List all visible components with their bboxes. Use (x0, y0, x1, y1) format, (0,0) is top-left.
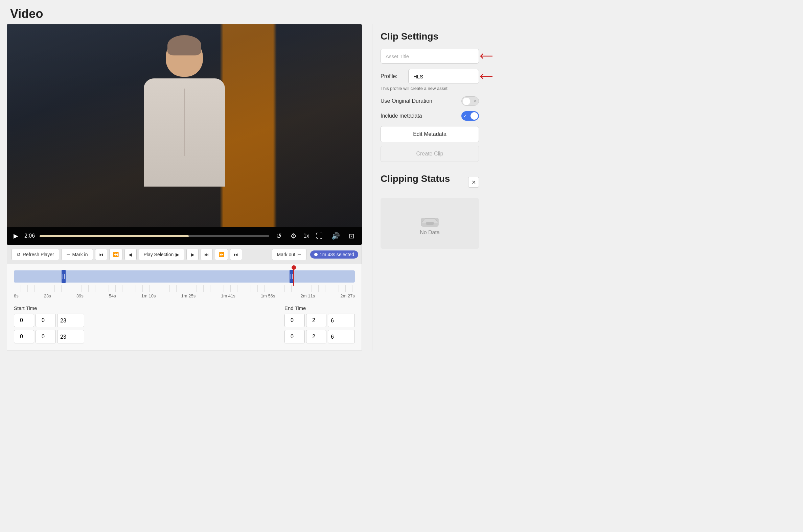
include-metadata-knob (471, 112, 478, 120)
profile-select-wrapper: HLS MP4 WebM (408, 69, 479, 84)
video-frame (7, 24, 362, 227)
profile-hint: This profile will create a new asset (381, 86, 479, 91)
end-time-m1[interactable] (306, 314, 326, 327)
profile-row: Profile: HLS MP4 WebM (381, 69, 479, 84)
clipping-status-close-button[interactable]: ✕ (468, 177, 479, 188)
toggle-off-icon: ✕ (474, 99, 477, 103)
speed-display: 1x (304, 233, 309, 239)
toggle-on-icon: ✓ (463, 113, 467, 119)
fast-forward-icon: ⏩ (219, 252, 224, 257)
timeline-bar[interactable] (14, 270, 355, 283)
start-time-s2[interactable]: 23 22 24 (57, 330, 84, 343)
create-clip-button[interactable]: Create Clip (381, 146, 479, 162)
volume-button[interactable]: 🔊 (329, 230, 342, 241)
play-button[interactable]: ▶ (12, 231, 20, 241)
asset-title-input[interactable] (381, 49, 479, 63)
start-time-row2: 23 22 24 (14, 330, 84, 343)
rewind-button[interactable]: ⏪ (109, 249, 123, 260)
use-original-toggle-row: Use Original Duration ✕ (381, 96, 479, 106)
profile-arrow (479, 71, 496, 81)
page-title: Video (0, 0, 803, 24)
badge-dot (314, 253, 317, 256)
right-panel: Clip Settings Profile: HLS MP4 WebM (372, 24, 487, 350)
progress-bar[interactable] (40, 235, 269, 237)
mark-out-button[interactable]: Mark out ⊢ (272, 249, 307, 260)
start-time-h2[interactable] (14, 330, 34, 343)
selected-duration-badge: 1m 43s selected (310, 250, 358, 259)
ruler-2m27s: 2m 27s (340, 293, 355, 299)
prev-frame-button[interactable]: ◀ (125, 249, 136, 260)
mark-in-icon: ⊣ (66, 252, 70, 257)
play-icon: ▶ (176, 252, 179, 257)
person-body (144, 78, 225, 187)
include-metadata-toggle-row: Include metadata ✓ (381, 111, 479, 121)
start-time-m2[interactable] (36, 330, 56, 343)
use-original-label: Use Original Duration (381, 98, 432, 104)
skip-to-start-button[interactable]: ⏮ (95, 249, 107, 260)
start-time-label: Start Time (14, 305, 84, 311)
cast-button[interactable]: ⊡ (347, 230, 357, 241)
clipping-status-header: Clipping Status ✕ (381, 173, 479, 191)
end-time-row1: 6 5 7 (285, 314, 355, 327)
timeline-section: 8s 23s 39s 54s 1m 10s 1m 25s 1m 41s 1m 5… (7, 264, 362, 350)
next-frame-button[interactable]: ▶ (186, 249, 199, 260)
end-time-h2[interactable] (285, 330, 305, 343)
ruler-1m25s: 1m 25s (181, 293, 196, 299)
timeline-handle-left[interactable] (61, 270, 66, 283)
video-container: ▶ 2:06 ↺ ⚙ 1x ⛶ 🔊 ⊡ (7, 24, 362, 245)
rewind-icon: ⏪ (113, 252, 119, 257)
end-time-h1[interactable] (285, 314, 305, 327)
timeline-handle-right[interactable] (290, 270, 294, 283)
clip-settings-section: Clip Settings Profile: HLS MP4 WebM (381, 31, 479, 165)
profile-select[interactable]: HLS MP4 WebM (408, 69, 479, 84)
no-data-icon (387, 211, 472, 229)
fast-forward-button[interactable]: ⏩ (215, 249, 228, 260)
video-section: ▶ 2:06 ↺ ⚙ 1x ⛶ 🔊 ⊡ ↺ Refresh Player ⊣ (7, 24, 362, 350)
start-time-group: Start Time 23 22 24 (14, 305, 84, 343)
end-time-s2[interactable]: 6 5 7 (328, 330, 355, 343)
shirt-detail (184, 89, 185, 156)
ruler-8s: 8s (14, 293, 19, 299)
no-data-area: No Data (381, 198, 479, 249)
use-original-knob (463, 98, 470, 105)
mark-out-group: Mark out ⊢ 1m 43s selected (271, 248, 358, 261)
ruler-54s: 54s (109, 293, 116, 299)
person-figure (130, 38, 238, 207)
ruler-39s: 39s (76, 293, 84, 299)
ruler-1m41s: 1m 41s (221, 293, 235, 299)
end-time-row2: 6 5 7 (285, 330, 355, 343)
play-selection-button[interactable]: Play Selection ▶ (139, 249, 185, 260)
mark-in-button[interactable]: ⊣ Mark in (61, 249, 93, 260)
edit-metadata-button[interactable]: Edit Metadata (381, 126, 479, 142)
use-original-toggle[interactable]: ✕ (461, 96, 479, 106)
include-metadata-label: Include metadata (381, 113, 422, 119)
include-metadata-toggle[interactable]: ✓ (461, 111, 479, 121)
skip-end-icon: ⏭ (234, 252, 238, 257)
start-time-row1: 23 22 24 (14, 314, 84, 327)
start-time-s1[interactable]: 23 22 24 (57, 314, 84, 327)
clipping-status-section: Clipping Status ✕ No Data (381, 173, 479, 249)
next-frame-icon: ▶ (191, 252, 195, 257)
person-hair (167, 35, 201, 55)
fullscreen-button[interactable]: ⛶ (314, 231, 325, 241)
replay-button[interactable]: ↺ (274, 230, 284, 241)
skip-start-icon: ⏮ (99, 252, 104, 257)
start-time-h1[interactable] (14, 314, 34, 327)
clip-settings-title: Clip Settings (381, 31, 479, 42)
timeline-ruler-ticks (14, 285, 355, 292)
next-keyframe-button[interactable]: ⏭ (201, 249, 213, 260)
refresh-icon: ↺ (17, 252, 21, 257)
clipping-status-title: Clipping Status (381, 173, 450, 184)
prev-frame-icon: ◀ (129, 252, 132, 257)
end-time-s1[interactable]: 6 5 7 (328, 314, 355, 327)
end-time-group: End Time 6 5 7 6 (285, 305, 355, 343)
ruler-2m11s: 2m 11s (301, 293, 315, 299)
person-head (166, 38, 203, 77)
asset-title-field (381, 49, 479, 63)
refresh-player-button[interactable]: ↺ Refresh Player (12, 249, 59, 260)
time-inputs: Start Time 23 22 24 (14, 305, 355, 343)
settings-button[interactable]: ⚙ (289, 230, 299, 241)
skip-to-end-button[interactable]: ⏭ (230, 249, 242, 260)
end-time-m2[interactable] (306, 330, 326, 343)
start-time-m1[interactable] (36, 314, 56, 327)
